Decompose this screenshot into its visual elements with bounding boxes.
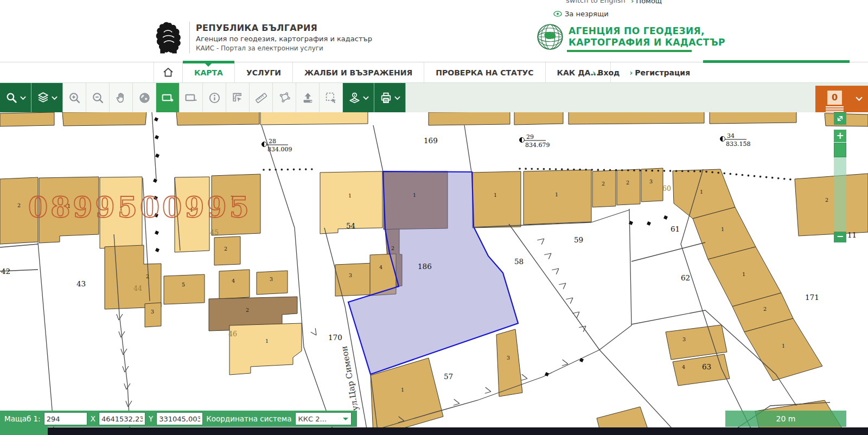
- toolbar-search-button[interactable]: [0, 83, 31, 113]
- toolbar-pan-hand-button[interactable]: [110, 83, 133, 113]
- map-canvas[interactable]: 2111724253321112341122311121342131694243…: [0, 112, 868, 435]
- toolbar-zoom-out-button[interactable]: [86, 83, 110, 113]
- zoom-out-button[interactable]: −: [834, 232, 846, 242]
- toolbar-measure-length-button[interactable]: [250, 83, 273, 113]
- register-link[interactable]: ›Регистрация: [629, 68, 690, 77]
- measure-length-icon: [254, 91, 268, 105]
- crs-select[interactable]: ККС 2...: [295, 412, 352, 425]
- building-number: 1: [555, 191, 558, 197]
- map-building[interactable]: [514, 112, 563, 125]
- svg-text:834.679: 834.679: [525, 142, 550, 149]
- watermark-phone: 0899500995: [28, 190, 252, 223]
- gov-portal: КАИС - Портал за електронни услуги: [196, 44, 372, 52]
- map-building[interactable]: [257, 271, 288, 295]
- login-link[interactable]: ›Вход: [592, 68, 620, 77]
- parcel-number: 62: [681, 273, 690, 282]
- accessibility-link[interactable]: За незрящи: [553, 10, 609, 18]
- zoom-slider-handle[interactable]: [834, 143, 846, 157]
- republic-logo[interactable]: РЕПУБЛИКА БЪЛГАРИЯ Агенция по геодезия, …: [154, 21, 372, 54]
- toolbar-polygon-select-button[interactable]: [273, 83, 296, 113]
- home-button[interactable]: [154, 62, 182, 83]
- building-number: 4: [379, 264, 382, 270]
- toolbar-info-button[interactable]: [203, 83, 226, 113]
- toolbar-upload-button[interactable]: [296, 83, 320, 113]
- chevron-down-icon: [343, 418, 348, 423]
- map-building[interactable]: [164, 274, 205, 304]
- polygon-select-icon: [278, 91, 291, 105]
- map-building[interactable]: [825, 113, 868, 126]
- toolbar-zoom-in-button[interactable]: [63, 83, 86, 113]
- layer-visibility-icon: [348, 91, 361, 105]
- building-number: 2: [391, 245, 394, 251]
- agency-underline: [567, 50, 692, 52]
- parcel-number: 170: [328, 333, 342, 342]
- building-number: 2: [602, 181, 605, 187]
- nav-tab-3[interactable]: ЖАЛБИ И ВЪЗРАЖЕНИЯ: [292, 62, 424, 83]
- toolbar-globe-button[interactable]: [133, 83, 156, 113]
- map-building[interactable]: [710, 112, 796, 124]
- building-number: 3: [270, 276, 273, 282]
- y-label: Y: [149, 414, 153, 423]
- x-coordinate-input[interactable]: [99, 412, 145, 425]
- map-building[interactable]: [429, 112, 510, 125]
- map-building[interactable]: [176, 112, 259, 125]
- building-number: 1: [265, 338, 269, 344]
- box-select-icon: [324, 91, 338, 105]
- map-building[interactable]: [569, 112, 704, 124]
- fullscreen-button[interactable]: [834, 112, 846, 125]
- parcel-number: 58: [514, 257, 524, 266]
- building-number: 2: [17, 202, 21, 208]
- nav-tab-2[interactable]: УСЛУГИ: [234, 62, 292, 83]
- bottom-strip: [48, 427, 868, 435]
- parcel-number: 63: [702, 362, 711, 371]
- parcel-number: 57: [444, 372, 453, 381]
- agency-logo[interactable]: АГЕНЦИЯ ПО ГЕОДЕЗИЯ, КАРТОГРАФИЯ И КАДАС…: [536, 23, 725, 51]
- toolbar-zoom-rect-out-button[interactable]: [180, 83, 203, 113]
- map-building[interactable]: [473, 171, 521, 228]
- map-building[interactable]: [260, 112, 368, 125]
- y-coordinate-input[interactable]: [156, 412, 203, 425]
- building-number: 3: [682, 336, 686, 342]
- parcel-number: 59: [574, 235, 583, 244]
- chevron-right-icon: ›: [631, 0, 634, 5]
- toolbar-zoom-rect-in-button[interactable]: [156, 83, 180, 113]
- chevron-right-icon: ›: [629, 68, 633, 77]
- toolbar-layer-visibility-button[interactable]: [343, 83, 374, 113]
- switch-language-link[interactable]: switch to English: [566, 0, 626, 4]
- svg-text:834.009: 834.009: [267, 146, 292, 153]
- building-number: 2: [825, 197, 828, 203]
- map-building[interactable]: [219, 270, 250, 299]
- parcel-number-olive: 45: [210, 228, 219, 236]
- nav-tab-4[interactable]: ПРОВЕРКА НА СТАТУС: [424, 62, 545, 83]
- map-building[interactable]: [641, 168, 663, 202]
- building-number: 2: [763, 306, 767, 312]
- parcel-number: 11: [847, 231, 857, 239]
- building-number: 1: [494, 192, 497, 198]
- toolbar-print-button[interactable]: [374, 83, 406, 113]
- nav-tab-1[interactable]: КАРТА: [182, 62, 234, 83]
- svg-text:34: 34: [727, 132, 735, 139]
- parcel-number: 43: [76, 279, 86, 288]
- toolbar-measure-area-button[interactable]: [226, 83, 250, 113]
- zoom-in-button[interactable]: +: [834, 130, 846, 142]
- parcel-number: 169: [424, 136, 438, 145]
- svg-text:29: 29: [526, 133, 534, 140]
- expand-icon: [836, 114, 844, 123]
- parcel-number: 171: [805, 293, 819, 302]
- map-building[interactable]: [62, 112, 146, 126]
- building-number: 1: [782, 343, 785, 349]
- cart-button[interactable]: 0: [815, 86, 868, 112]
- map-status-bar: Мащаб 1: X Y Координатна система ККС 2..…: [0, 411, 357, 427]
- toolbar-box-select-button[interactable]: [320, 83, 343, 113]
- scale-input[interactable]: [44, 412, 87, 425]
- map-building[interactable]: [0, 112, 54, 126]
- map-building[interactable]: [795, 174, 868, 236]
- map-building[interactable]: [592, 170, 616, 207]
- map-building[interactable]: [145, 303, 161, 327]
- map-building[interactable]: [617, 169, 640, 205]
- eye-icon: [553, 11, 562, 17]
- toolbar-layers-button[interactable]: [31, 83, 63, 113]
- search-icon: [5, 91, 18, 105]
- help-link[interactable]: ›Помощ: [631, 0, 662, 5]
- gov-subtitle: Агенция по геодезия, картография и кадас…: [196, 35, 372, 43]
